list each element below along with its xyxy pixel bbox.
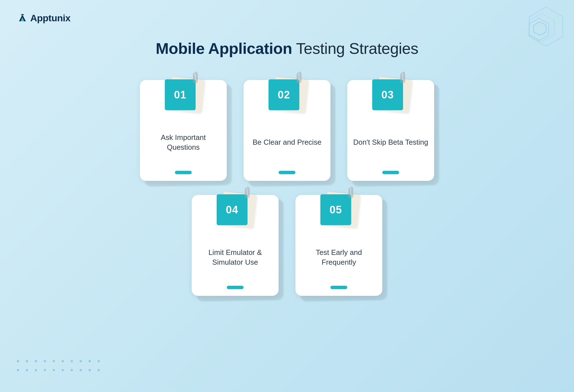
card-tab-02 (279, 171, 295, 174)
sticky-area: 01 (164, 72, 203, 111)
card-05: 05 Test Early and Frequently (295, 195, 382, 296)
paperclip-icon (295, 72, 303, 84)
card-tab-01 (175, 171, 192, 174)
card-label-04: Limit Emulator & Simulator Use (192, 232, 279, 283)
cards-container: 01 Ask Important Questions 02 (0, 80, 574, 296)
dot (53, 360, 55, 362)
paperclip-icon (347, 186, 355, 199)
card-01: 01 Ask Important Questions (140, 80, 227, 181)
dot (62, 369, 64, 371)
sticky-note-04: 04 (217, 194, 247, 225)
page-title: Mobile Application Testing Strategies (0, 39, 574, 57)
title-bold: Mobile Application (156, 40, 292, 57)
sticky-area: 03 (371, 72, 410, 111)
sticky-note-05: 05 (320, 194, 351, 225)
sticky-note-02: 02 (269, 79, 299, 110)
dot (53, 369, 55, 371)
title-normal: Testing Strategies (292, 40, 418, 57)
card-04: 04 Limit Emulator & Simulator Use (192, 195, 279, 296)
dot (17, 369, 19, 371)
sticky-note-03: 03 (372, 79, 403, 110)
dot (71, 369, 73, 371)
logo-icon (17, 12, 28, 24)
dot (98, 369, 100, 371)
sticky-area: 04 (216, 187, 255, 226)
dot (71, 360, 73, 362)
card-label-01: Ask Important Questions (140, 117, 227, 168)
card-body: 05 Test Early and Frequently (295, 195, 382, 296)
dot-grid-decoration (17, 360, 104, 375)
sticky-area: 05 (319, 187, 358, 226)
card-label-02: Be Clear and Precise (247, 117, 327, 168)
card-tab-05 (330, 286, 347, 289)
sticky-area: 02 (267, 72, 307, 111)
dot (98, 360, 100, 362)
dot (44, 360, 46, 362)
dot (80, 369, 82, 371)
dot (44, 369, 46, 371)
logo-text: Apptunix (30, 13, 70, 24)
dot (80, 360, 82, 362)
svg-marker-3 (534, 22, 546, 35)
paperclip-icon (192, 72, 199, 84)
card-label-03: Don't Skip Beta Testing (348, 117, 434, 168)
card-03: 03 Don't Skip Beta Testing (347, 80, 434, 181)
cards-row-2: 04 Limit Emulator & Simulator Use 05 (192, 195, 382, 296)
card-body: 02 Be Clear and Precise (244, 80, 330, 181)
dot (26, 369, 28, 371)
paperclip-icon (244, 186, 251, 199)
dot (17, 360, 19, 362)
card-02: 02 Be Clear and Precise (244, 80, 330, 181)
card-body: 03 Don't Skip Beta Testing (347, 80, 434, 181)
dot (62, 360, 64, 362)
card-body: 04 Limit Emulator & Simulator Use (192, 195, 279, 296)
card-tab-03 (382, 171, 399, 174)
card-body: 01 Ask Important Questions (140, 80, 227, 181)
dot (35, 360, 37, 362)
cards-row-1: 01 Ask Important Questions 02 (140, 80, 434, 181)
card-tab-04 (227, 286, 244, 289)
paperclip-icon (399, 72, 406, 84)
sticky-note-01: 01 (165, 79, 196, 110)
hex-decoration (498, 3, 571, 77)
dot (89, 369, 91, 371)
card-label-05: Test Early and Frequently (295, 232, 382, 283)
dot (35, 369, 37, 371)
dot (26, 360, 28, 362)
logo: Apptunix (17, 12, 70, 24)
dot (89, 360, 91, 362)
